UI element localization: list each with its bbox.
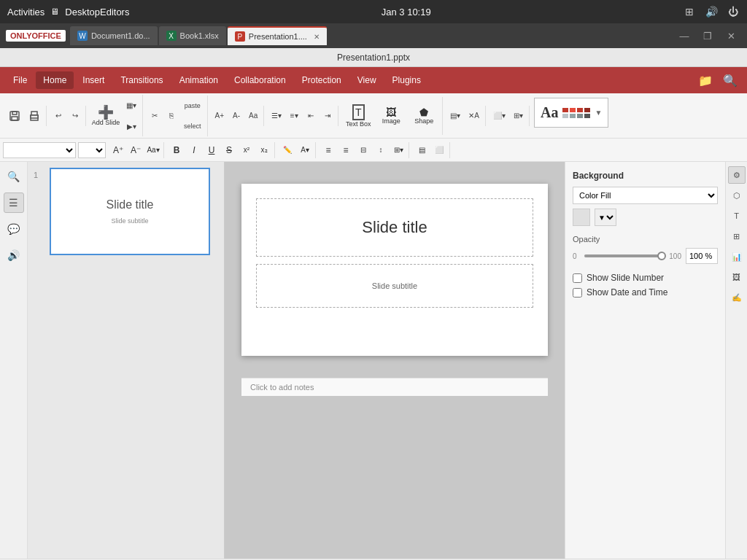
slide-subtitle-box[interactable]: Slide subtitle	[256, 264, 533, 308]
bold-button[interactable]: B	[169, 142, 185, 158]
shape-icon: ⬟	[419, 107, 428, 117]
bullet-list-button[interactable]: ☰▾	[268, 106, 285, 126]
slide-controls-button[interactable]: ▶▾	[123, 116, 140, 136]
shape-button[interactable]: ⬟ Shape	[408, 97, 440, 135]
slide-title-box[interactable]: Slide title	[256, 198, 533, 257]
slide-settings-btn[interactable]: ⚙	[728, 166, 746, 184]
font-size-select[interactable]	[78, 142, 106, 158]
menu-view[interactable]: View	[350, 71, 384, 89]
opacity-row: Opacity	[573, 235, 718, 244]
menu-plugins[interactable]: Plugins	[385, 71, 428, 89]
add-slide-button[interactable]: ➕ Add Slide	[90, 97, 122, 135]
textbox-button[interactable]: T Text Box	[342, 97, 374, 135]
search-btn[interactable]: 🔍	[719, 70, 741, 90]
show-date-time-checkbox[interactable]	[573, 288, 582, 298]
power-icon[interactable]: ⏻	[727, 5, 740, 18]
menu-file[interactable]: File	[6, 71, 34, 89]
redo-button[interactable]: ↪	[67, 106, 83, 126]
align-center-button[interactable]: ≡	[338, 142, 354, 158]
font-case2-button[interactable]: Aa▾	[145, 142, 161, 158]
font-family-select[interactable]	[3, 142, 76, 158]
superscript-button[interactable]: x²	[239, 142, 255, 158]
slide-thumbnail-1[interactable]: Slide title Slide subtitle	[50, 168, 210, 255]
tab-close-button[interactable]: ✕	[314, 33, 320, 41]
activities-label[interactable]: Activities	[7, 7, 44, 18]
table-settings-btn[interactable]: ⊞	[728, 228, 746, 245]
distribute-button[interactable]: ⊞▾	[510, 106, 527, 126]
image-button[interactable]: 🖼 Image	[375, 97, 407, 135]
line-spacing-button[interactable]: ↕	[373, 142, 389, 158]
menu-transitions[interactable]: Transitions	[113, 71, 170, 89]
onlyoffice-logo[interactable]: ONLYOFFICE	[6, 30, 66, 42]
shape-settings-btn[interactable]: ⬡	[728, 187, 746, 204]
menu-insert[interactable]: Insert	[75, 71, 112, 89]
slides-panel-btn[interactable]: ☰	[4, 192, 24, 213]
subscript-button[interactable]: x₂	[256, 142, 272, 158]
undo-button[interactable]: ↩	[50, 106, 66, 126]
menu-protection[interactable]: Protection	[295, 71, 349, 89]
signature-settings-btn[interactable]: ✍	[728, 289, 746, 306]
copy-button[interactable]: ⎘	[163, 106, 179, 126]
menu-collaboration[interactable]: Collaboration	[227, 71, 293, 89]
comments-panel-btn[interactable]: 💬	[4, 219, 24, 239]
highlight-button[interactable]: ✏️	[279, 142, 295, 158]
main-area: 🔍 ☰ 💬 🔊 1 Slide title Slide subtitle Sli…	[0, 162, 747, 559]
tab-spreadsheet[interactable]: X Book1.xlsx	[159, 26, 226, 45]
strikethrough-button[interactable]: S	[221, 142, 237, 158]
show-slide-number-checkbox[interactable]	[573, 273, 582, 283]
theme-expand-icon[interactable]: ▼	[595, 109, 602, 117]
font-size-inc-button[interactable]: A+	[212, 106, 228, 126]
number-list-button[interactable]: ≡▾	[286, 106, 302, 126]
minimize-button[interactable]: —	[674, 28, 694, 44]
theme-preview[interactable]: Aa ▼	[534, 98, 608, 128]
close-button[interactable]: ✕	[721, 28, 741, 44]
background-color-button[interactable]	[573, 209, 590, 226]
font-size-dec2-button[interactable]: A⁻	[128, 142, 144, 158]
open-location-btn[interactable]: 📁	[694, 70, 716, 90]
search-panel-btn[interactable]: 🔍	[4, 166, 24, 187]
volume-icon[interactable]: 🔊	[705, 5, 718, 18]
arrange-button[interactable]: ▤▾	[446, 106, 464, 126]
paste-button[interactable]: paste	[180, 96, 205, 116]
font-case-button[interactable]: Aa	[245, 106, 261, 126]
print-button[interactable]	[25, 106, 44, 126]
select-button[interactable]: select	[180, 116, 205, 136]
align-left-button[interactable]: ≡	[320, 142, 336, 158]
clear-format-button[interactable]: ✕A	[465, 106, 483, 126]
save-button[interactable]	[5, 106, 24, 126]
opacity-thumb[interactable]	[657, 252, 666, 260]
font-size-dec-button[interactable]: A-	[228, 106, 244, 126]
increase-indent-button[interactable]: ⇥	[320, 106, 336, 126]
underline-button[interactable]: U	[204, 142, 220, 158]
align3-button[interactable]: ⬜	[431, 142, 447, 158]
notes-area[interactable]: Click to add notes	[241, 378, 548, 396]
color-type-select[interactable]: ▼	[595, 209, 616, 226]
align-middle-button[interactable]: ⊟	[355, 142, 371, 158]
layout-button[interactable]: ▦▾	[123, 95, 140, 115]
tab-document[interactable]: W Document1.do...	[70, 26, 158, 45]
app-icon: 🖥	[50, 7, 59, 17]
italic-button[interactable]: I	[186, 142, 202, 158]
image-settings-btn[interactable]: 🖼	[728, 268, 746, 286]
tab-presentation[interactable]: P Presentation1.... ✕	[228, 26, 327, 45]
menu-home[interactable]: Home	[36, 71, 74, 89]
font-size-inc2-button[interactable]: A⁺	[110, 142, 126, 158]
network-icon[interactable]: ⊞	[683, 5, 696, 18]
fill-type-select[interactable]: Color Fill	[573, 187, 718, 204]
thumb-title: Slide title	[107, 198, 154, 211]
chart-settings-btn[interactable]: 📊	[728, 248, 746, 265]
align-group-button[interactable]: ⬜▾	[489, 106, 509, 126]
svg-rect-1	[12, 112, 17, 114]
text-settings-btn[interactable]: T	[728, 207, 746, 225]
columns-button[interactable]: ⊞▾	[390, 142, 406, 158]
cut-button[interactable]: ✂	[147, 106, 163, 126]
menu-animation[interactable]: Animation	[172, 71, 225, 89]
arrange2-button[interactable]: ▤	[414, 142, 430, 158]
maximize-button[interactable]: ❐	[697, 28, 718, 44]
opacity-value-input[interactable]	[686, 248, 718, 264]
slide-canvas[interactable]: Slide title Slide subtitle	[241, 184, 548, 356]
opacity-slider[interactable]	[584, 254, 662, 257]
font-color-button[interactable]: A▾	[297, 142, 313, 158]
decrease-indent-button[interactable]: ⇤	[303, 106, 319, 126]
audio-panel-btn[interactable]: 🔊	[4, 245, 24, 265]
